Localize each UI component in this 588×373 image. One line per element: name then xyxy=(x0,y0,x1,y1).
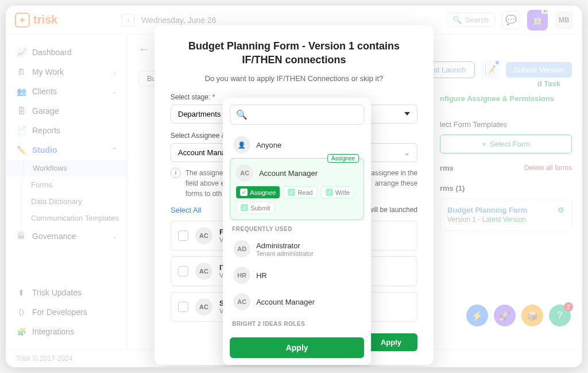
assignee-tag: Assignee xyxy=(327,154,359,163)
chevron-down-icon xyxy=(404,112,410,116)
dropdown-item-hr[interactable]: HR HR xyxy=(230,262,364,289)
app-window: ✦ trisk ‹ Wednesday, June 26 🔍 Search 💬 … xyxy=(6,6,582,367)
checkbox[interactable] xyxy=(178,302,188,312)
role-badge: AC xyxy=(236,164,253,182)
checkbox[interactable] xyxy=(178,266,188,276)
modal-launch-text: will be launched xyxy=(369,206,417,214)
modal-select-all-link[interactable]: Select All xyxy=(171,206,201,214)
dropdown-search-input[interactable] xyxy=(252,110,358,119)
check-icon: ✓ xyxy=(240,189,247,196)
check-icon: ✓ xyxy=(241,204,248,212)
perm-chip-submit[interactable]: ✓Submit xyxy=(236,202,274,214)
modal-title: Budget Planning Form - Version 1 contain… xyxy=(171,39,417,67)
search-icon: 🔍 xyxy=(236,109,247,120)
dropdown-item-account-manager[interactable]: AC Account Manager xyxy=(230,289,364,315)
role-badge: AC xyxy=(195,227,212,244)
role-badge: AC xyxy=(195,298,212,316)
permission-chips: ✓Assignee ✓Read ✓Write ✓Submit xyxy=(236,186,358,214)
dropdown-section-frequently-used: FREQUENTLY USED xyxy=(232,226,364,232)
perm-chip-write[interactable]: ✓Write xyxy=(321,186,354,198)
role-badge: HR xyxy=(233,267,250,284)
person-icon: 👤 xyxy=(233,136,250,153)
dropdown-apply-button[interactable]: Apply xyxy=(230,337,364,358)
dropdown-selected-item[interactable]: Assignee AC Account Manager ✓Assignee ✓R… xyxy=(230,158,364,220)
modal-subtitle: Do you want to apply IF/THEN Connections… xyxy=(171,74,417,83)
role-badge: AC xyxy=(233,293,250,310)
dropdown-section-roles: BRIGHT 2 IDEAS ROLES xyxy=(232,321,364,327)
perm-chip-read[interactable]: ✓Read xyxy=(283,186,317,198)
check-icon: ✓ xyxy=(288,189,295,196)
check-icon: ✓ xyxy=(326,189,333,196)
modal-apply-button[interactable]: Apply xyxy=(365,333,417,351)
dropdown-search[interactable]: 🔍 xyxy=(230,105,364,125)
chevron-down-icon: ⌄ xyxy=(404,148,410,157)
info-icon: i xyxy=(171,168,181,178)
assignee-dropdown: 🔍 👤 Anyone Assignee AC Account Manager ✓… xyxy=(223,98,371,365)
checkbox[interactable] xyxy=(178,230,188,241)
dropdown-item-administrator[interactable]: AD AdministratorTenant administrator xyxy=(230,236,364,262)
role-badge: AC xyxy=(195,263,212,280)
role-badge: AD xyxy=(233,240,250,257)
perm-chip-assignee[interactable]: ✓Assignee xyxy=(236,186,280,198)
